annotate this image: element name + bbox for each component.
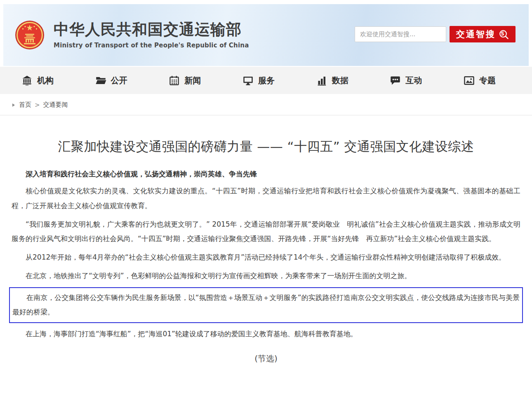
article-title: 汇聚加快建设交通强国的磅礴力量 —— “十四五” 交通强国文化建设综述 [12, 138, 520, 155]
search-input[interactable] [355, 26, 446, 42]
brand-text: 中华人民共和国交通运输部 Ministry of Transport of th… [54, 21, 249, 49]
speech-bubble-icon [390, 75, 401, 86]
nav-item-shuju[interactable]: 数据 [316, 75, 348, 86]
nav-item-hudong[interactable]: 互动 [390, 75, 422, 86]
breadcrumb-current-link[interactable]: 交通要闻 [43, 101, 68, 109]
svg-text:S: S [501, 31, 505, 37]
nav-label: 数据 [332, 75, 348, 86]
nav-label: 新闻 [184, 75, 201, 86]
nav-item-jigou[interactable]: 机构 [21, 75, 54, 86]
excerpt-note: (节选) [12, 353, 520, 364]
search-button-label: 交通智搜 [456, 28, 496, 40]
monitor-icon [242, 75, 254, 86]
site-subtitle: Ministry of Transport of the People's Re… [54, 42, 249, 49]
nav-item-xinwen[interactable]: 新闻 [169, 75, 201, 86]
article-paragraph: 从2012年开始，每年4月举办的“社会主义核心价值观主题实践教育月”活动已经持续… [12, 250, 520, 265]
article-paragraph: 在上海，海事部门打造“海事红船”，把“海巡01”轮建设成了移动的爱国主义教育基地… [12, 327, 520, 342]
breadcrumb: 首页 > 交通要闻 [0, 94, 532, 115]
breadcrumb-home-link[interactable]: 首页 [19, 101, 31, 109]
bank-icon [21, 75, 33, 86]
article-lead-paragraph: 深入培育和践行社会主义核心价值观，弘扬交通精神，崇尚英雄、争当先锋 [12, 169, 520, 179]
picture-icon [464, 75, 475, 86]
article-paragraph: 核心价值观是文化软实力的灵魂、文化软实力建设的重点。“十四五”时期，交通运输行业… [12, 184, 520, 213]
nav-label: 互动 [405, 75, 422, 86]
nav-item-fuwu[interactable]: 服务 [242, 75, 275, 86]
highlighted-paragraph-box: 在南京，公交集团将公交车辆作为民生服务新场景，以“氛围营造＋场景互动＋文明服务”… [9, 287, 523, 323]
article-content: 汇聚加快建设交通强国的磅礴力量 —— “十四五” 交通强国文化建设综述 深入培育… [0, 115, 532, 364]
smart-search-button[interactable]: 交通智搜 S [450, 26, 516, 42]
article-paragraph: 在北京，地铁推出了“文明专列”，色彩鲜明的公益海报和文明行为宣传画交相辉映，为乘… [12, 269, 520, 284]
breadcrumb-separator: > [35, 101, 40, 109]
site-header: 中华人民共和国交通运输部 Ministry of Transport of th… [3, 4, 529, 66]
folder-icon [95, 75, 106, 86]
article-paragraph: “我们服务更加文明礼貌，广大乘客的行为也就更文明了。” 2015年，交通运输部部… [12, 217, 520, 246]
nav-label: 服务 [258, 75, 275, 86]
site-title: 中华人民共和国交通运输部 [54, 21, 249, 39]
nav-item-gongkai[interactable]: 公开 [95, 75, 127, 86]
breadcrumb-arrow-icon [12, 103, 15, 107]
national-emblem-logo[interactable] [15, 20, 45, 50]
nav-label: 专题 [479, 75, 496, 86]
search-area: 交通智搜 S [355, 26, 516, 42]
nav-label: 公开 [111, 75, 127, 86]
bar-chart-icon [316, 75, 327, 86]
nav-label: 机构 [37, 75, 54, 86]
main-nav: 机构 公开 新闻 服务 [0, 67, 532, 94]
article-paragraph-highlighted: 在南京，公交集团将公交车辆作为民生服务新场景，以“氛围营造＋场景互动＋文明服务”… [12, 291, 520, 320]
calendar-icon [169, 75, 180, 86]
nav-item-zhuanti[interactable]: 专题 [464, 75, 496, 86]
magnifier-s-icon: S [499, 29, 509, 40]
